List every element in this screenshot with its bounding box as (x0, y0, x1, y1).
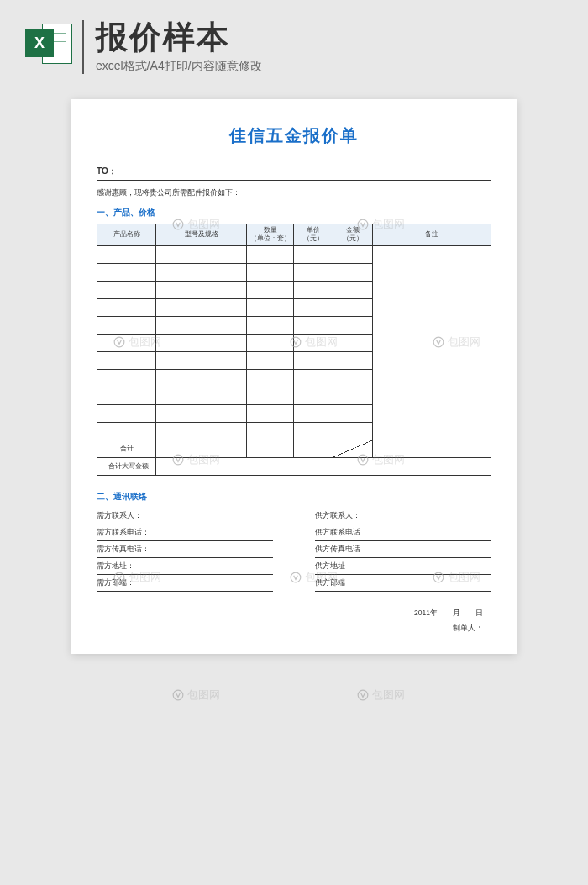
total-label: 合计 (97, 440, 156, 457)
watermark: 包图网 (172, 687, 220, 703)
section1-header: 一、产品、价格 (97, 207, 491, 219)
contact-section: 二、通讯联络 需方联系人： 需方联系电话： 需方传真电话： 需方地址： 需方部端… (97, 491, 491, 592)
diagonal-cell (333, 440, 373, 457)
col-qty: 数量 （单位：套） (247, 224, 294, 245)
col-model: 型号及规格 (156, 224, 247, 245)
buyer-column: 需方联系人： 需方联系电话： 需方传真电话： 需方地址： 需方部端： (97, 508, 273, 592)
supplier-column: 供方联系人： 供方联系电话 供方传真电话 供方地址： 供方部端： (315, 508, 491, 592)
intro-text: 感谢惠顾，现将贵公司所需配件报价如下： (97, 187, 491, 198)
buyer-addr: 需方地址： (97, 558, 273, 575)
total-text-label: 合计大写金额 (97, 457, 156, 475)
supplier-addr: 供方地址： (315, 558, 491, 575)
products-table: 产品名称 型号及规格 数量 （单位：套） 单价 （元） 金额 （元） 备注 合计 (97, 224, 491, 476)
footer-maker: 制单人： (97, 624, 491, 634)
buyer-phone: 需方联系电话： (97, 524, 273, 541)
supplier-phone: 供方联系电话 (315, 524, 491, 541)
header-text-block: 报价样本 excel格式/A4打印/内容随意修改 (82, 20, 554, 74)
buyer-fax: 需方传真电话： (97, 541, 273, 558)
col-remark: 备注 (373, 224, 491, 245)
svg-point-10 (173, 690, 183, 700)
document-title: 佳信五金报价单 (97, 124, 491, 147)
main-title: 报价样本 (96, 20, 554, 55)
watermark: 包图网 (357, 687, 405, 703)
supplier-contact: 供方联系人： (315, 508, 491, 524)
buyer-contact: 需方联系人： (97, 508, 273, 524)
table-total-text-row: 合计大写金额 (97, 457, 491, 475)
col-name: 产品名称 (97, 224, 156, 245)
table-row (97, 245, 491, 263)
table-header-row: 产品名称 型号及规格 数量 （单位：套） 单价 （元） 金额 （元） 备注 (97, 224, 491, 245)
col-amount: 金额 （元） (333, 224, 373, 245)
supplier-fax: 供方传真电话 (315, 541, 491, 558)
supplier-dept: 供方部端： (315, 575, 491, 592)
buyer-dept: 需方部端： (97, 575, 273, 592)
svg-point-11 (358, 690, 368, 700)
col-price: 单价 （元） (294, 224, 333, 245)
footer-date: 2011年 月 日 (97, 608, 491, 619)
excel-icon: X (25, 20, 72, 67)
document-page: 佳信五金报价单 TO： 感谢惠顾，现将贵公司所需配件报价如下： 一、产品、价格 … (71, 99, 517, 654)
to-line: TO： (97, 166, 491, 181)
section2-header: 二、通讯联络 (97, 491, 491, 503)
page-header: X 报价样本 excel格式/A4打印/内容随意修改 (0, 0, 588, 91)
subtitle: excel格式/A4打印/内容随意修改 (96, 59, 554, 74)
